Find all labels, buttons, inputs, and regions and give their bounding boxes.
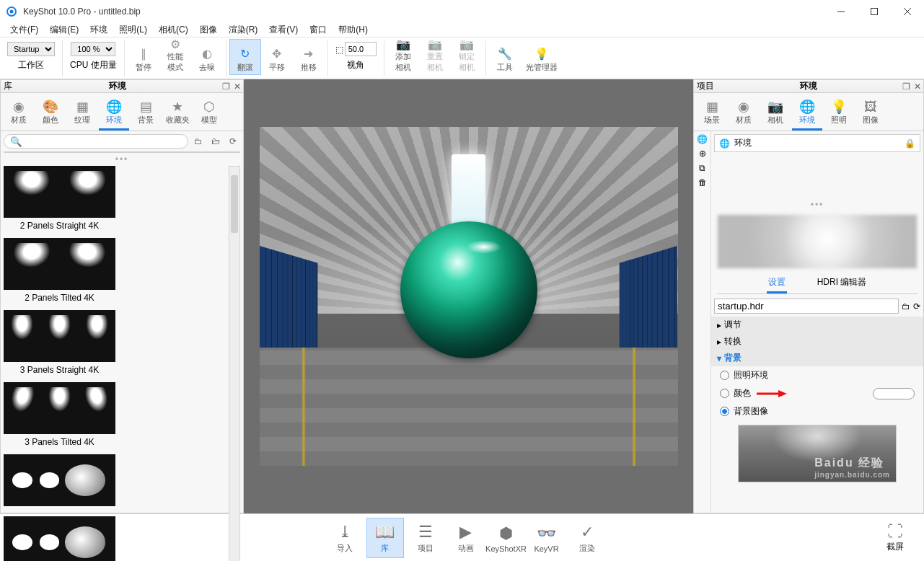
project-tab[interactable]: 💡照明	[824, 97, 854, 131]
menubar: 文件(F) 编辑(E) 环境 照明(L) 相机(C) 图像 渲染(R) 查看(V…	[0, 22, 924, 37]
subtab-settings[interactable]: 设置	[767, 273, 787, 293]
palette-icon: 🎨	[43, 99, 58, 115]
add-camera-icon: 📷	[396, 37, 410, 51]
splitter-icon[interactable]: •••	[1, 153, 243, 166]
bottom-tab[interactable]: ✓渲染	[568, 518, 606, 558]
hdr-path-input[interactable]	[714, 299, 899, 314]
thumbnail-item[interactable]	[4, 454, 115, 512]
search-input[interactable]	[4, 134, 188, 149]
pan-button[interactable]: ✥平移	[261, 39, 293, 75]
bottom-tab[interactable]: 📖库	[366, 518, 404, 558]
minimize-button[interactable]	[824, 0, 858, 22]
lock-camera-button[interactable]: 📷锁定 相机	[451, 39, 483, 75]
library-subtitle: 环境	[15, 80, 220, 92]
section-transform[interactable]: ▸转换	[711, 333, 923, 350]
project-tab[interactable]: 🖼图像	[855, 97, 886, 131]
viewport[interactable]	[244, 79, 693, 513]
thumbnail-item[interactable]: 2 Panels Tilted 4K	[4, 238, 115, 306]
bottom-tab[interactable]: 👓KeyVR	[528, 518, 566, 558]
section-background[interactable]: ▾背景	[711, 350, 923, 366]
menu-camera[interactable]: 相机(C)	[153, 22, 194, 37]
globe-icon: 🌐	[719, 138, 730, 149]
bottom-tab[interactable]: ▶动画	[447, 518, 485, 558]
pause-button[interactable]: ∥暂停	[128, 39, 159, 75]
tab-environments[interactable]: 🌐环境	[99, 97, 129, 131]
subtab-hdri-editor[interactable]: HDRI 编辑器	[816, 273, 868, 293]
fov-input[interactable]	[345, 42, 377, 56]
tab-textures[interactable]: ▦纹理	[67, 97, 97, 131]
menu-edit[interactable]: 编辑(E)	[44, 22, 84, 37]
menu-lighting[interactable]: 照明(L)	[113, 22, 153, 37]
thumbnail-item[interactable]: 2 Panels Straight 4K	[4, 166, 115, 234]
cpu-select[interactable]: 100 %	[71, 42, 115, 56]
tab-colors[interactable]: 🎨颜色	[35, 97, 66, 131]
bottom-tab[interactable]: ⬢KeyShotXR	[488, 518, 525, 558]
wrench-icon: 🔧	[498, 45, 512, 62]
menu-view[interactable]: 查看(V)	[263, 22, 304, 37]
lightmgr-button[interactable]: 💡光管理器	[521, 39, 563, 75]
dolly-button[interactable]: ➜推移	[293, 39, 325, 75]
menu-environment[interactable]: 环境	[84, 22, 113, 37]
cube-icon: ⬡	[201, 99, 217, 115]
menu-file[interactable]: 文件(F)	[4, 22, 44, 37]
close-panel-icon[interactable]: ✕	[912, 81, 923, 92]
bottom-tab[interactable]: ☰项目	[407, 518, 444, 558]
sphere-icon: ◉	[11, 99, 27, 115]
menu-help[interactable]: 帮助(H)	[333, 22, 374, 37]
menu-render[interactable]: 渲染(R)	[223, 22, 264, 37]
globe-icon: 🌐	[106, 99, 122, 115]
tab-backplates[interactable]: ▤背景	[131, 97, 161, 131]
workspace-group: Startup 工作区	[3, 39, 59, 73]
browse-icon[interactable]: 🗀	[902, 301, 910, 312]
denoise-button[interactable]: ◐去噪	[191, 39, 223, 75]
bottom-tab[interactable]: ⤓导入	[326, 518, 364, 558]
tab-materials[interactable]: ◉材质	[4, 97, 34, 131]
project-tab[interactable]: ◉材质	[729, 97, 759, 131]
delete-icon[interactable]: 🗑	[698, 177, 707, 187]
project-panel: 项目 环境 ❐ ✕ ▦场景◉材质📷相机🌐环境💡照明🖼图像 🌐 ⊕ ⧉ 🗑 🌐 环…	[693, 79, 924, 513]
splitter-icon[interactable]: •••	[711, 198, 923, 211]
refresh-icon[interactable]: ⟳	[226, 134, 240, 149]
menu-image[interactable]: 图像	[194, 22, 223, 37]
bg-image-preview: Baidu 经验jingyan.baidu.com	[738, 425, 897, 482]
thumbnail-item[interactable]: 3 Panels Straight 4K	[4, 310, 115, 378]
maximize-button[interactable]	[858, 0, 891, 22]
lock-icon[interactable]: 🔒	[905, 138, 915, 149]
menu-window[interactable]: 窗口	[304, 22, 333, 37]
tab-favorites[interactable]: ★收藏夹	[162, 97, 193, 131]
app-logo-icon	[6, 6, 17, 17]
titlebar: KeyShot 10.0 Pro - untitled.bip	[0, 0, 924, 22]
screenshot-icon[interactable]: ⛶	[887, 522, 903, 541]
close-panel-icon[interactable]: ✕	[232, 81, 243, 92]
annotation-arrow-icon	[755, 389, 787, 399]
workspace-select[interactable]: Startup	[7, 42, 55, 56]
add-icon[interactable]: ⊕	[699, 149, 706, 159]
popout-icon[interactable]: ❐	[220, 81, 232, 92]
reload-icon[interactable]: ⟳	[913, 301, 920, 312]
tumble-button[interactable]: ↻翻滚	[229, 39, 261, 75]
environment-item[interactable]: 🌐 环境 🔒	[714, 134, 920, 152]
thumbnail-item[interactable]	[4, 516, 115, 561]
section-adjust[interactable]: ▸调节	[711, 317, 923, 333]
add-camera-button[interactable]: 📷添加 相机	[387, 39, 419, 75]
bg-image[interactable]: 背景图像	[711, 402, 923, 420]
add-env-icon[interactable]: 🌐	[697, 134, 708, 144]
grid-icon: ▦	[74, 99, 90, 115]
bg-lighting-env[interactable]: 照明环境	[711, 366, 923, 384]
close-button[interactable]	[891, 0, 924, 22]
project-tab[interactable]: ▦场景	[697, 97, 727, 131]
scrollbar[interactable]	[229, 166, 240, 561]
project-tab[interactable]: 🌐环境	[792, 97, 822, 131]
bg-color[interactable]: 颜色	[711, 384, 923, 402]
color-swatch[interactable]	[873, 388, 915, 399]
popout-icon[interactable]: ❐	[900, 81, 912, 92]
folder-add-icon[interactable]: 🗁	[208, 134, 223, 149]
tools-button[interactable]: 🔧工具	[489, 39, 521, 75]
perf-button[interactable]: ⚙性能 模式	[159, 39, 191, 75]
folder-icon[interactable]: 🗀	[191, 134, 206, 149]
project-tab[interactable]: 📷相机	[760, 97, 791, 131]
tab-models[interactable]: ⬡模型	[194, 97, 224, 131]
duplicate-icon[interactable]: ⧉	[699, 163, 705, 173]
thumbnail-item[interactable]: 3 Panels Tilted 4K	[4, 382, 115, 450]
reset-camera-button[interactable]: 📷重置 相机	[419, 39, 451, 75]
